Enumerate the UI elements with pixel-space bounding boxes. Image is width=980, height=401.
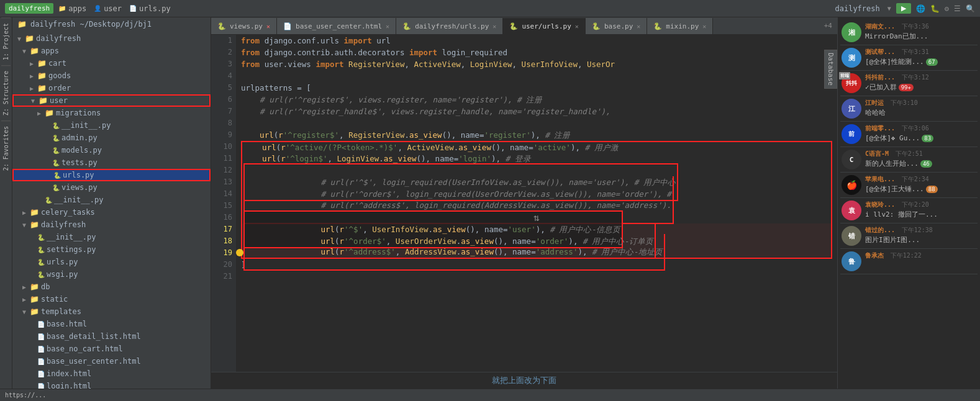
chat-body-9: 错过的... 下午12:38 图片I图片I图... — [865, 226, 976, 245]
tree-item-base-user-center[interactable]: 📄 base_user_center.html — [12, 355, 211, 367]
tree-item-tests-py[interactable]: 🐍 tests.py — [12, 156, 211, 169]
chat-body-5: 前端零... 下午3:06 [@全体]❖ Gu...83 — [865, 124, 976, 143]
code-line-1: from django.conf.urls import url — [241, 35, 832, 47]
chat-msg-2: 测 测试帮... 下午3:31 [@全体]性能测...67 — [840, 45, 978, 71]
sidebar: 📁 dailyfresh ~/Desktop/dj/bj1 ▼ 📁 dailyf… — [12, 17, 211, 389]
tree-item-templates[interactable]: ▼ 📁 templates — [12, 305, 211, 318]
globe-icon[interactable]: 🌐 — [916, 4, 925, 13]
tree-item-base-detail[interactable]: 📄 base_detail_list.html — [12, 330, 211, 343]
chat-messages: 湘 湖南文... 下午3:36 MirrorDan已加... 测 测试帮... … — [838, 17, 980, 389]
tree-item-init-py[interactable]: 🐍 __init__.py — [12, 119, 211, 132]
avatar-6: C — [842, 150, 861, 169]
project-folder-icon: 📁 — [17, 20, 27, 29]
code-editor: 1 2 3 4 5 6 7 8 9 10 11 12 13 14 15 16 1… — [211, 35, 837, 372]
avatar-2: 测 — [842, 48, 861, 68]
top-bar-app-urls[interactable]: 📄 urls.py — [129, 4, 171, 13]
chat-body-3: 抖抖前... 下午3:12 ✓已加入群99+ — [865, 73, 976, 92]
chat-msg-8: 袁 袁晓玲... 下午2:20 i llv2: 撤回了一... — [840, 198, 978, 223]
top-bar-app-apps[interactable]: 📁 apps — [58, 4, 86, 13]
tree-item-df-init[interactable]: 🐍 __init__.py — [12, 231, 211, 243]
tree-item-wsgi-py[interactable]: 🐍 wsgi.py — [12, 268, 211, 281]
avatar-3: 抖抖 前端 — [842, 73, 861, 93]
code-line-6: # url(r'^register$', views.register, nam… — [241, 94, 832, 106]
settings-icon[interactable]: ⚙ — [945, 4, 949, 13]
tree-item-admin-py[interactable]: 🐍 admin.py — [12, 132, 211, 144]
avatar-1: 湘 — [842, 22, 861, 42]
right-panel: 湘 湖南文... 下午3:36 MirrorDan已加... 测 测试帮... … — [837, 17, 980, 389]
tree-item-dailyfresh-root[interactable]: ▼ 📁 dailyfresh — [12, 32, 211, 45]
project-header: 📁 dailyfresh ~/Desktop/dj/bj1 — [12, 17, 211, 31]
tab-mixin-py[interactable]: 🐍 mixin.py ✕ — [647, 18, 713, 34]
project-title: dailyfresh ~/Desktop/dj/bj1 — [30, 20, 152, 29]
tree-item-login-html[interactable]: 📄 login.html — [12, 380, 211, 389]
tree-item-goods[interactable]: ▶ 📁 goods — [12, 70, 211, 82]
avatar-4: 江 — [842, 99, 861, 119]
code-line-16: ⇅ — [241, 212, 832, 223]
tree-item-order[interactable]: ▶ 📁 order — [12, 82, 211, 94]
editor-area: 🐍 views.py ✕ 📄 base_user_center.html ✕ 🐍… — [211, 17, 837, 389]
side-label-favorites[interactable]: 2: Favorites — [1, 120, 11, 176]
tree-item-views-py[interactable]: 🐍 views.py — [12, 181, 211, 194]
tree-item-dailyfresh-sub[interactable]: ▼ 📁 dailyfresh — [12, 219, 211, 231]
code-line-8 — [241, 117, 832, 129]
avatar-8: 袁 — [842, 200, 861, 220]
side-label-project[interactable]: 1: Project — [1, 17, 11, 65]
code-line-4 — [241, 70, 832, 82]
tree-item-apps-init-py[interactable]: 🐍 __init__.py — [12, 194, 211, 206]
side-labels: 1: Project Z: Structure 2: Favorites — [0, 17, 12, 389]
code-line-21 — [241, 271, 832, 282]
tree-item-db[interactable]: ▶ 📁 db — [12, 281, 211, 293]
tab-user-urls-active[interactable]: 🐍 user/urls.py ✕ — [503, 18, 586, 34]
chat-body-1: 湖南文... 下午3:36 MirrorDan已加... — [865, 22, 976, 41]
code-line-7: # url(r'^register_handle$', views.regist… — [241, 106, 832, 117]
tree-item-models-py[interactable]: 🐍 models.py — [12, 144, 211, 156]
chat-msg-5: 前 前端零... 下午3:06 [@全体]❖ Gu...83 — [840, 122, 978, 147]
tree-item-migrations[interactable]: ▶ 📁 migrations — [12, 107, 211, 119]
annotation-text: 就把上面改为下面 — [211, 372, 837, 389]
run-button[interactable]: ▶ — [896, 3, 911, 14]
tab-dailyfresh-urls[interactable]: 🐍 dailyfresh/urls.py ✕ — [396, 18, 503, 34]
chat-msg-4: 江 江时运 下午3:10 哈哈哈 — [840, 96, 978, 122]
tree-item-cart[interactable]: ▶ 📁 cart — [12, 57, 211, 70]
database-label[interactable]: Database — [824, 50, 837, 89]
tree-item-df-urls-py[interactable]: 🐍 urls.py — [12, 256, 211, 268]
app-logo: dailyfresh — [5, 3, 53, 14]
chat-msg-10: 鲁 鲁承杰 下午12:22 — [840, 249, 978, 274]
menu-icon[interactable]: ☰ — [954, 4, 961, 13]
chat-body-8: 袁晓玲... 下午2:20 i llv2: 撤回了一... — [865, 200, 976, 219]
tree-item-apps[interactable]: ▼ 📁 apps — [12, 45, 211, 57]
avatar-10: 鲁 — [842, 251, 861, 271]
top-bar-apps: 📁 apps 👤 user 📄 urls.py — [58, 4, 170, 13]
chat-msg-3: 抖抖 前端 抖抖前... 下午3:12 ✓已加入群99+ — [840, 71, 978, 96]
debug-icon[interactable]: 🐛 — [930, 4, 940, 13]
chat-msg-7: 🍎 苹果电... 下午2:34 [@全体]王大锤...88 — [840, 173, 978, 198]
chat-body-7: 苹果电... 下午2:34 [@全体]王大锤...88 — [865, 175, 976, 194]
top-bar-app-user[interactable]: 👤 user — [94, 4, 122, 13]
top-bar-right: dailyfresh ▼ ▶ 🌐 🐛 ⚙ ☰ 🔍 — [835, 3, 975, 14]
code-line-10: url(r'^active/(?P<token>.*)$', ActiveVie… — [241, 141, 832, 153]
code-content[interactable]: from django.conf.urls import url from dj… — [236, 35, 837, 372]
tab-bar: 🐍 views.py ✕ 📄 base_user_center.html ✕ 🐍… — [211, 17, 837, 35]
tab-views-py[interactable]: 🐍 views.py ✕ — [211, 18, 277, 34]
main-content: 1: Project Z: Structure 2: Favorites 📁 d… — [0, 17, 980, 389]
side-label-structure[interactable]: Z: Structure — [1, 65, 11, 120]
chat-msg-6: C C语言-M 下午2:51 新的人生开始...46 — [840, 147, 978, 173]
tree-item-urls-py-selected[interactable]: 🐍 urls.py — [12, 169, 211, 181]
code-line-9: url(r'^register$', RegisterView.as_view(… — [241, 129, 832, 141]
tree-item-settings-py[interactable]: 🐍 settings.py — [12, 243, 211, 256]
tree-item-static[interactable]: ▶ 📁 static — [12, 293, 211, 305]
tab-base-user-center[interactable]: 📄 base_user_center.html ✕ — [277, 18, 396, 34]
chat-body-6: C语言-M 下午2:51 新的人生开始...46 — [865, 150, 976, 168]
code-line-5: urlpatterns = [ — [241, 82, 832, 94]
tab-base-py[interactable]: 🐍 base.py ✕ — [586, 18, 647, 34]
code-line-2: from django.contrib.auth.decorators impo… — [241, 47, 832, 58]
tree-item-index-html[interactable]: 📄 index.html — [12, 367, 211, 380]
avatar-5: 前 — [842, 124, 861, 144]
tree-item-base-html[interactable]: 📄 base.html — [12, 318, 211, 330]
tree-item-user[interactable]: ▼ 📁 user — [12, 94, 211, 107]
avatar-9: 错 — [842, 226, 861, 246]
tree-item-celery[interactable]: ▶ 📁 celery_tasks — [12, 206, 211, 219]
search-icon[interactable]: 🔍 — [966, 4, 975, 13]
tree-item-base-no-cart[interactable]: 📄 base_no_cart.html — [12, 343, 211, 355]
chat-msg-1: 湘 湖南文... 下午3:36 MirrorDan已加... — [840, 20, 978, 45]
